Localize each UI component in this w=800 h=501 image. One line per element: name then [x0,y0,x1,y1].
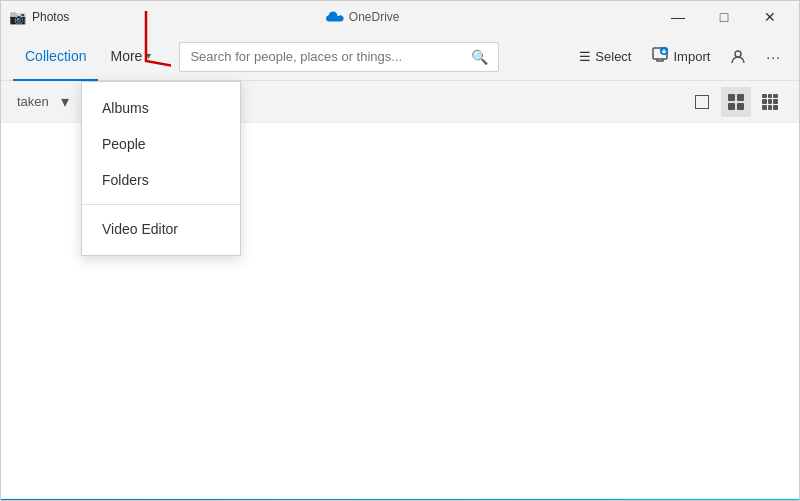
title-bar-controls: — □ ✕ [655,1,793,33]
compact-view-button[interactable] [755,87,785,117]
search-input[interactable] [190,49,463,64]
grid-2x2-icon [728,94,744,110]
maximize-button[interactable]: □ [701,1,747,33]
onedrive-icon [325,10,345,24]
import-label: Import [673,49,710,64]
search-bar: 🔍 [179,42,499,72]
person-icon [730,49,746,65]
toolbar-left: taken ▾ [17,90,73,113]
square-icon [695,95,709,109]
view-buttons [687,87,785,117]
dropdown-item-video-editor[interactable]: Video Editor [82,211,240,247]
app-title: Photos [32,10,69,24]
dropdown-people-label: People [102,136,146,152]
date-taken-label: taken [17,94,49,109]
list-view-button[interactable] [687,87,717,117]
tab-collection[interactable]: Collection [13,33,98,81]
dropdown-item-people[interactable]: People [82,126,240,162]
select-label: Select [595,49,631,64]
close-button[interactable]: ✕ [747,1,793,33]
minimize-button[interactable]: — [655,1,701,33]
onedrive-area: OneDrive [325,10,400,24]
onedrive-label: OneDrive [349,10,400,24]
person-button[interactable] [722,41,754,73]
dropdown-video-editor-label: Video Editor [102,221,178,237]
app-icon: 📷 [9,9,26,25]
chevron-down-icon: ▾ [146,50,151,61]
import-icon-wrapper [651,46,669,67]
tab-collection-label: Collection [25,48,86,64]
import-button[interactable]: Import [643,41,718,73]
dropdown-item-albums[interactable]: Albums [82,90,240,126]
search-icon[interactable]: 🔍 [471,49,488,65]
more-options-button[interactable]: ··· [758,41,789,73]
dropdown-albums-label: Albums [102,100,149,116]
dropdown-divider [82,204,240,205]
svg-point-2 [735,51,741,57]
tab-more[interactable]: More ▾ [98,33,163,81]
date-expand-button[interactable]: ▾ [57,90,73,113]
nav-bar: Collection More ▾ 🔍 ☰ Select [1,33,800,81]
tab-more-label: More [110,48,142,64]
dropdown-item-folders[interactable]: Folders [82,162,240,198]
nav-actions: ☰ Select Import [571,41,789,73]
import-icon [651,46,669,64]
dropdown-folders-label: Folders [102,172,149,188]
nav-tabs: Collection More ▾ [13,33,163,81]
select-button[interactable]: ☰ Select [571,41,639,73]
dots-icon: ··· [766,49,781,65]
title-bar: 📷 Photos OneDrive — □ ✕ [1,1,800,33]
dropdown-menu: Albums People Folders Video Editor [81,81,241,256]
grid-view-button[interactable] [721,87,751,117]
select-icon: ☰ [579,49,591,64]
grid-3x3-icon [762,94,778,110]
